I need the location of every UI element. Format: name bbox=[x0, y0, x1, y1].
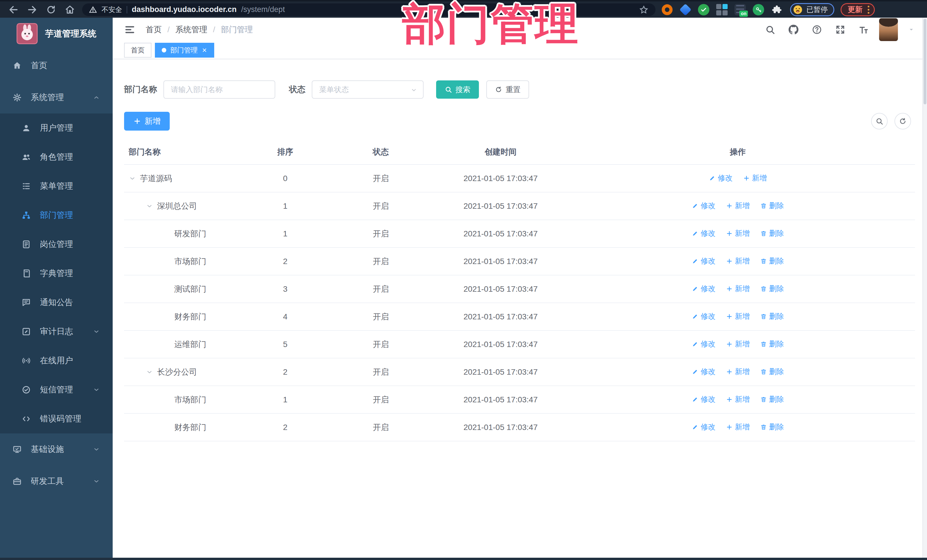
action-新增-link[interactable]: 新增 bbox=[726, 367, 750, 377]
plus-icon bbox=[726, 258, 733, 265]
action-删除-link[interactable]: 删除 bbox=[760, 422, 784, 432]
user-icon bbox=[22, 123, 31, 133]
forward-icon[interactable] bbox=[26, 4, 38, 16]
extension-grid-icon[interactable] bbox=[716, 4, 728, 16]
action-删除-link[interactable]: 删除 bbox=[760, 339, 784, 349]
extension-puzzle-icon[interactable] bbox=[771, 4, 783, 16]
action-新增-link[interactable]: 新增 bbox=[726, 201, 750, 211]
dept-name-cell: 市场部门 bbox=[124, 247, 249, 275]
reload-icon[interactable] bbox=[45, 4, 57, 16]
dept-name-label: 部门名称 bbox=[124, 84, 157, 95]
sidebar-item-在线用户[interactable]: 在线用户 bbox=[0, 346, 112, 375]
browser-update-button[interactable]: 更新 bbox=[840, 3, 875, 16]
dept-created-time: 2021-01-05 17:03:47 bbox=[441, 358, 561, 386]
action-新增-link[interactable]: 新增 bbox=[726, 311, 750, 321]
extension-orange-ring-icon[interactable] bbox=[661, 4, 673, 16]
browser-nav bbox=[8, 4, 76, 16]
sidebar-item-部门管理[interactable]: 部门管理 bbox=[0, 201, 112, 230]
user-avatar[interactable] bbox=[879, 18, 898, 41]
help-button[interactable] bbox=[812, 24, 822, 35]
action-新增-link[interactable]: 新增 bbox=[726, 284, 750, 294]
action-新增-link[interactable]: 新增 bbox=[726, 256, 750, 266]
sidebar-item-字典管理[interactable]: 字典管理 bbox=[0, 259, 112, 288]
status-select[interactable]: 菜单状态 bbox=[312, 80, 424, 99]
action-修改-link[interactable]: 修改 bbox=[692, 256, 716, 266]
action-新增-link[interactable]: 新增 bbox=[726, 339, 750, 349]
caret-down-icon[interactable] bbox=[908, 27, 915, 33]
hamburger-icon[interactable] bbox=[124, 24, 135, 35]
tab-部门管理[interactable]: 部门管理 bbox=[155, 43, 214, 58]
search-button[interactable] bbox=[765, 24, 775, 35]
search-circle-button[interactable] bbox=[871, 113, 887, 129]
action-新增-link[interactable]: 新增 bbox=[726, 395, 750, 404]
sidebar-item-审计日志[interactable]: 审计日志 bbox=[0, 317, 112, 346]
action-删除-link[interactable]: 删除 bbox=[760, 284, 784, 294]
home-nav-icon[interactable] bbox=[64, 4, 76, 16]
sidebar-item-通知公告[interactable]: 通知公告 bbox=[0, 288, 112, 317]
tree-expand-toggle-icon[interactable] bbox=[129, 175, 136, 182]
action-删除-link[interactable]: 删除 bbox=[760, 256, 784, 266]
sidebar-item-菜单管理[interactable]: 菜单管理 bbox=[0, 171, 112, 201]
action-修改-link[interactable]: 修改 bbox=[692, 311, 716, 321]
browser-profile[interactable]: 已暂停 bbox=[790, 3, 834, 16]
refresh-icon bbox=[899, 117, 907, 125]
sidebar-item-系统管理[interactable]: 系统管理 bbox=[0, 82, 112, 114]
action-修改-link[interactable]: 修改 bbox=[692, 422, 716, 432]
action-修改-link[interactable]: 修改 bbox=[692, 367, 716, 377]
extension-green-key-icon[interactable] bbox=[752, 4, 764, 16]
announcement-icon bbox=[22, 298, 31, 307]
sidebar-item-角色管理[interactable]: 角色管理 bbox=[0, 143, 112, 171]
tree-expand-toggle-icon[interactable] bbox=[146, 369, 153, 376]
sidebar-item-岗位管理[interactable]: 岗位管理 bbox=[0, 230, 112, 259]
font-size-button[interactable] bbox=[859, 24, 869, 35]
refresh-circle-button[interactable] bbox=[895, 113, 911, 129]
breadcrumb-item-首页[interactable]: 首页 bbox=[146, 24, 162, 35]
tab-label: 首页 bbox=[131, 46, 144, 55]
sidebar-item-研发工具[interactable]: 研发工具 bbox=[0, 465, 112, 497]
browser-menu-icon[interactable] bbox=[868, 6, 869, 14]
back-icon[interactable] bbox=[8, 4, 20, 16]
action-修改-link[interactable]: 修改 bbox=[692, 395, 716, 404]
trash-icon bbox=[760, 230, 767, 237]
action-删除-link[interactable]: 删除 bbox=[760, 228, 784, 238]
tab-首页[interactable]: 首页 bbox=[124, 43, 152, 58]
github-button[interactable] bbox=[789, 24, 799, 35]
action-修改-link[interactable]: 修改 bbox=[692, 284, 716, 294]
page-scrollbar[interactable] bbox=[922, 18, 927, 558]
breadcrumb-item-系统管理[interactable]: 系统管理 bbox=[175, 24, 207, 35]
action-label: 删除 bbox=[769, 339, 784, 349]
reset-button[interactable]: 重置 bbox=[486, 80, 529, 99]
add-button[interactable]: 新增 bbox=[124, 112, 170, 131]
extension-green-check-icon[interactable] bbox=[698, 4, 710, 16]
menu-list-icon bbox=[22, 182, 31, 191]
sidebar-logo[interactable]: 芋道管理系统 bbox=[0, 18, 112, 50]
action-删除-link[interactable]: 删除 bbox=[760, 395, 784, 404]
sidebar-item-基础设施[interactable]: 基础设施 bbox=[0, 433, 112, 465]
close-icon[interactable] bbox=[202, 47, 207, 53]
action-修改-link[interactable]: 修改 bbox=[709, 173, 733, 183]
warning-icon[interactable] bbox=[89, 6, 97, 14]
fullscreen-button[interactable] bbox=[835, 24, 845, 35]
sidebar-item-首页[interactable]: 首页 bbox=[0, 50, 112, 82]
action-删除-link[interactable]: 删除 bbox=[760, 311, 784, 321]
reset-button-label: 重置 bbox=[506, 85, 521, 95]
action-删除-link[interactable]: 删除 bbox=[760, 367, 784, 377]
extension-blue-gem-icon[interactable] bbox=[679, 4, 691, 16]
sidebar-item-错误码管理[interactable]: 错误码管理 bbox=[0, 404, 112, 433]
action-新增-link[interactable]: 新增 bbox=[743, 173, 767, 183]
action-修改-link[interactable]: 修改 bbox=[692, 201, 716, 211]
action-删除-link[interactable]: 删除 bbox=[760, 201, 784, 211]
sidebar-item-短信管理[interactable]: 短信管理 bbox=[0, 375, 112, 404]
search-button[interactable]: 搜索 bbox=[436, 80, 479, 99]
dept-name-input[interactable] bbox=[163, 80, 275, 99]
tree-expand-toggle-icon[interactable] bbox=[146, 202, 153, 210]
scrollbar-thumb[interactable] bbox=[924, 19, 926, 104]
action-修改-link[interactable]: 修改 bbox=[692, 228, 716, 238]
home-icon bbox=[12, 61, 22, 70]
sidebar-item-用户管理[interactable]: 用户管理 bbox=[0, 114, 112, 143]
action-修改-link[interactable]: 修改 bbox=[692, 339, 716, 349]
action-新增-link[interactable]: 新增 bbox=[726, 228, 750, 238]
extension-list-on-badge-icon[interactable]: on bbox=[734, 4, 746, 16]
action-新增-link[interactable]: 新增 bbox=[726, 422, 750, 432]
bookmark-star-icon[interactable] bbox=[639, 5, 649, 15]
